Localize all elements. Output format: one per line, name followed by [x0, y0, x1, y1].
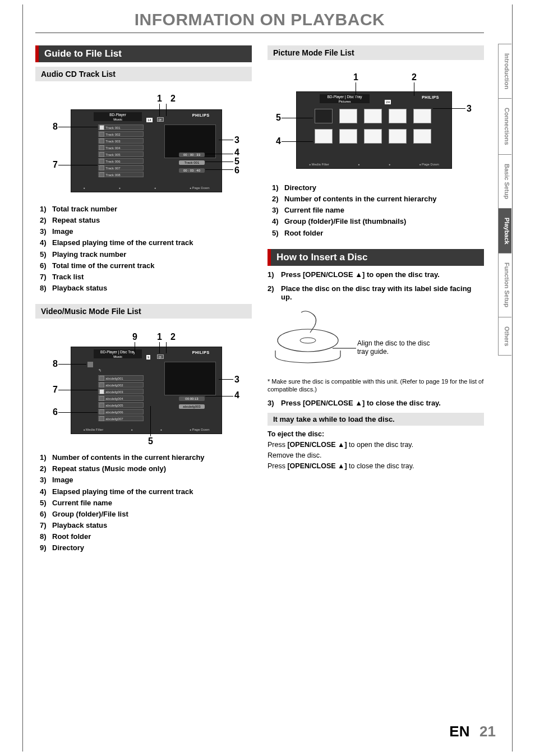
track-label: Track 007 — [105, 167, 120, 170]
file-row-6: abcdefg006 — [98, 409, 143, 414]
track-label: Track 002 — [105, 133, 120, 136]
thumbnail — [389, 109, 407, 123]
file-row-1: abcdefg001 — [98, 375, 143, 381]
track-row-4: Track 004 — [98, 145, 143, 150]
footer-dot — [119, 186, 121, 190]
line — [58, 127, 98, 127]
tab-connections[interactable]: Connections — [498, 98, 511, 154]
step-text: Press [OPEN/CLOSE ▲] to open the disc tr… — [281, 270, 484, 279]
thumbnail — [339, 109, 357, 123]
track-label: Track 005 — [105, 153, 120, 156]
tab-introduction[interactable]: Introduction — [498, 44, 511, 98]
legend-item: 2)Number of contents in the current hier… — [272, 193, 484, 205]
track-row-3: Track 003 — [98, 138, 143, 144]
audio-header-line2: Music — [94, 117, 142, 122]
footer-dot — [83, 186, 85, 190]
picture-screen-header: BD-Player | Disc Tray Pictures — [320, 94, 369, 103]
legend-item: 5)Current file name — [40, 497, 252, 509]
step-text: Place the disc on the disc tray with its… — [281, 284, 484, 301]
note-icon — [99, 416, 104, 421]
root-folder-icon — [87, 362, 93, 367]
file-row-2: abcdefg002 — [98, 382, 143, 388]
brand-label: PHILIPS — [422, 95, 439, 99]
callout-4: 4 — [234, 390, 239, 400]
play-icon — [99, 125, 104, 130]
file-label: abcdefg003 — [105, 390, 123, 394]
track-row-7: Track 007 — [98, 165, 143, 170]
line — [58, 165, 98, 165]
line — [159, 104, 160, 116]
tab-others[interactable]: Others — [498, 317, 511, 356]
tab-function-setup[interactable]: Function Setup — [498, 253, 511, 316]
step-number: 3) — [268, 399, 281, 407]
line — [166, 104, 167, 116]
note-icon — [99, 132, 104, 137]
thumbnail — [315, 129, 333, 144]
note-icon — [99, 409, 104, 414]
callout-5: 5 — [148, 436, 153, 446]
audio-footer-bar: Page Down — [83, 186, 209, 190]
callout-8: 8 — [53, 359, 58, 369]
callout-2: 2 — [170, 94, 176, 104]
eject-instructions: To eject the disc: Press [OPEN/CLOSE ▲] … — [268, 429, 484, 471]
eject-title: To eject the disc: — [268, 429, 484, 440]
track-row-8: Track 008 — [98, 172, 143, 177]
step-number: 2) — [268, 284, 281, 301]
legend-item: 6)Group (folder)/File list — [40, 509, 252, 520]
footer-media-filter: Media Filter — [309, 163, 329, 166]
picture-footer-bar: Media Filter Page Down — [309, 163, 439, 166]
step-number: 1) — [268, 270, 281, 279]
legend-item: 5)Playing track number — [40, 249, 252, 260]
line — [414, 82, 414, 96]
footer-dot — [154, 186, 156, 190]
track-label: Track 003 — [105, 140, 120, 143]
directory-icon: ↰ — [98, 368, 104, 374]
track-label: Track 004 — [105, 146, 120, 150]
callout-3: 3 — [467, 104, 472, 114]
line — [219, 379, 233, 380]
audio-elapsed-pill: 00 : 00 : 33 — [179, 153, 205, 157]
picture-header-line1: BD-Player | Disc Tray — [320, 95, 369, 99]
callout-6: 6 — [53, 407, 58, 417]
thumbnail — [413, 129, 431, 144]
track-label: Track 001 — [105, 126, 120, 130]
right-column: Picture Mode File List BD-Player | Disc … — [268, 45, 484, 564]
legend-item: 3)Image — [40, 474, 252, 486]
picture-screen: BD-Player | Disc Tray Pictures PHILIPS 2… — [296, 91, 452, 169]
thumbnail — [339, 129, 357, 144]
callout-8: 8 — [53, 122, 58, 132]
line — [433, 108, 465, 109]
track-row-1: Track 001 — [98, 125, 143, 130]
legend-item: 1)Total track number — [40, 204, 252, 215]
video-repeat-badge: ⟳ — [157, 354, 164, 359]
picture-header-line2: Pictures — [320, 99, 369, 104]
title-rule — [35, 33, 484, 33]
legend-item: 3)Current file name — [272, 205, 484, 216]
audio-total-pill: 00 : 03 : 40 — [179, 168, 205, 173]
line — [205, 154, 233, 154]
file-label: abcdefg006 — [105, 411, 123, 414]
callout-7: 7 — [53, 385, 58, 395]
legend-item: 8)Root folder — [40, 531, 252, 542]
file-row-7: abcdefg007 — [98, 416, 143, 421]
video-count-badge: 9 — [146, 355, 150, 359]
note-icon — [99, 145, 104, 150]
disc-illustration: Align the disc to the disc tray guide. — [268, 307, 380, 374]
legend-item: 5)Root folder — [272, 228, 484, 239]
columns: Guide to File List Audio CD Track List B… — [35, 45, 484, 564]
video-screen: BD-Player | Disc Tray Music PHILIPS 9 ⟳ … — [71, 347, 222, 434]
note-icon — [99, 382, 104, 388]
callout-1: 1 — [353, 72, 358, 82]
compatibility-note: * Make sure the disc is compatible with … — [268, 377, 484, 394]
eject-line-2: Remove the disc. — [268, 450, 484, 461]
callout-9: 9 — [132, 332, 137, 342]
brand-label: PHILIPS — [192, 113, 210, 117]
tab-basic-setup[interactable]: Basic Setup — [498, 154, 511, 208]
thumbnail — [315, 109, 333, 123]
callout-1: 1 — [157, 94, 162, 104]
tab-playback[interactable]: Playback — [498, 208, 511, 253]
callout-6: 6 — [234, 165, 239, 176]
note-icon — [99, 403, 104, 408]
line — [150, 406, 151, 436]
legend-item: 9)Directory — [40, 542, 252, 554]
